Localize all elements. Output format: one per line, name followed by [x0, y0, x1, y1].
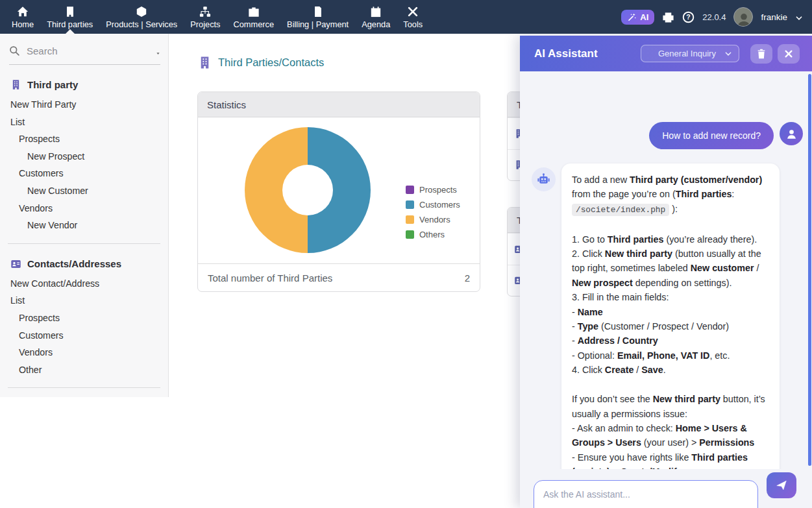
trash-icon: [756, 49, 767, 59]
legend-item-others: Others: [406, 230, 460, 239]
nav-item-label: Tools: [403, 19, 423, 29]
nav-item-label: Products | Services: [106, 19, 177, 29]
nav-item-products-services[interactable]: Products | Services: [99, 0, 184, 34]
person-icon: [785, 128, 798, 140]
close-panel-button[interactable]: [778, 44, 800, 64]
contact-icon: [10, 258, 21, 269]
nav-item-home[interactable]: Home: [5, 0, 40, 34]
nav-item-label: Home: [12, 19, 34, 29]
legend-label: Customers: [419, 200, 460, 210]
search-input[interactable]: [27, 45, 156, 56]
statistics-card: Statistics ProspectsCustomersVendorsOthe…: [197, 91, 480, 292]
legend-label: Others: [419, 230, 445, 239]
calendar-icon: [370, 6, 382, 18]
version-label: 22.0.4: [702, 12, 726, 22]
ai-assistant-panel: AI Assistant General Inquiry How to add …: [520, 36, 812, 508]
nav-item-label: Projects: [190, 19, 220, 29]
legend-item-vendors: Vendors: [406, 215, 460, 224]
ai-mode-select[interactable]: General Inquiry: [641, 45, 739, 62]
sidebar-item-vendors[interactable]: Vendors: [0, 200, 168, 217]
statistics-chart-area: ProspectsCustomersVendorsOthers: [198, 117, 480, 263]
ai-badge-label: AI: [640, 12, 648, 22]
sidebar-item-list[interactable]: List: [0, 114, 168, 131]
print-icon[interactable]: [662, 11, 674, 23]
sidebar-section-third-party[interactable]: Third party: [10, 79, 168, 90]
nav-item-commerce[interactable]: Commerce: [227, 0, 281, 34]
nav-item-tools[interactable]: Tools: [397, 0, 429, 34]
statistics-footer: Total number of Third Parties 2: [198, 263, 480, 292]
top-navbar: HomeThird partiesProducts | ServicesProj…: [0, 0, 812, 34]
third-parties-donut-chart: [245, 127, 371, 253]
assistant-avatar: [532, 167, 556, 191]
ai-assistant-toggle-button[interactable]: AI: [621, 10, 654, 25]
nav-item-label: Commerce: [234, 19, 275, 29]
legend-item-customers: Customers: [406, 200, 460, 210]
user-menu-chevron-down-icon[interactable]: [795, 13, 803, 21]
sidebar-item-prospects[interactable]: Prospects: [0, 130, 168, 148]
ai-mode-selected-value: General Inquiry: [658, 49, 716, 58]
sidebar-item-prospects[interactable]: Prospects: [0, 309, 168, 327]
magic-wand-icon: [627, 12, 637, 22]
page-title-text: Third Parties/Contacts: [218, 56, 324, 69]
main-menu: HomeThird partiesProducts | ServicesProj…: [0, 0, 429, 34]
help-icon[interactable]: ?: [682, 11, 695, 23]
username-label[interactable]: frankie: [761, 12, 787, 22]
sidebar-item-new-customer[interactable]: New Customer: [0, 182, 168, 200]
nav-item-projects[interactable]: Projects: [184, 0, 227, 34]
chart-legend: ProspectsCustomersVendorsOthers: [406, 185, 460, 239]
sidebar-item-vendors[interactable]: Vendors: [0, 344, 168, 361]
nav-item-third-parties[interactable]: Third parties: [40, 0, 99, 34]
sidebar-item-new-third-party[interactable]: New Third Party: [0, 96, 168, 114]
chat-message-area: How to add new record? To add a new Thir…: [520, 71, 812, 469]
tools-icon: [407, 6, 419, 18]
paper-plane-icon: [776, 479, 787, 491]
send-message-button[interactable]: [767, 472, 796, 498]
statistics-card-header: Statistics: [198, 92, 480, 117]
sidebar-divider: [8, 387, 160, 388]
nav-item-label: Third parties: [47, 19, 93, 29]
user-chat-avatar: [780, 122, 803, 145]
total-third-parties-value: 2: [465, 272, 470, 284]
total-third-parties-label: Total number of Third Parties: [208, 272, 332, 284]
sidebar-section-title: Third party: [27, 79, 78, 90]
sidebar-search: [9, 45, 160, 65]
legend-swatch: [406, 200, 414, 209]
search-caret-down-icon[interactable]: [156, 47, 160, 55]
user-message-row: How to add new record?: [649, 122, 803, 149]
svg-text:?: ?: [687, 14, 691, 21]
ai-panel-title: AI Assistant: [534, 36, 598, 71]
legend-swatch: [406, 186, 414, 194]
sidebar-item-new-contact-address[interactable]: New Contact/Address: [0, 275, 168, 293]
nav-item-agenda[interactable]: Agenda: [355, 0, 397, 34]
sidebar-section-contacts-addresses[interactable]: Contacts/Addresses: [10, 258, 168, 269]
nav-item-label: Billing | Payment: [287, 19, 349, 29]
chat-scrollbar[interactable]: [808, 74, 811, 466]
sidebar-divider: [8, 243, 160, 244]
legend-label: Vendors: [419, 215, 450, 224]
sidebar-item-customers[interactable]: Customers: [0, 165, 168, 182]
sidebar-section-title: Contacts/Addresses: [27, 258, 121, 269]
page-title: Third Parties/Contacts: [198, 56, 324, 69]
legend-swatch: [406, 215, 414, 224]
user-message-bubble: How to add new record?: [649, 122, 774, 149]
third-party-building-icon: [198, 56, 212, 69]
ai-chat-input[interactable]: [534, 480, 758, 508]
nav-item-label: Agenda: [362, 19, 390, 29]
sidebar-menu: Third partyNew Third PartyListProspectsN…: [0, 79, 168, 388]
sidebar-item-new-vendor[interactable]: New Vendor: [0, 217, 168, 234]
sidebar-item-other[interactable]: Other: [0, 361, 168, 379]
sidebar-item-customers[interactable]: Customers: [0, 327, 168, 345]
home-icon: [17, 6, 29, 18]
clear-chat-button[interactable]: [750, 44, 772, 64]
assistant-message-bubble: To add a new Third party (customer/vendo…: [561, 163, 780, 469]
legend-label: Prospects: [419, 185, 457, 195]
user-avatar[interactable]: [733, 7, 753, 27]
sidebar-item-new-prospect[interactable]: New Prospect: [0, 148, 168, 165]
robot-icon: [537, 173, 550, 186]
nav-item-billing-payment[interactable]: Billing | Payment: [280, 0, 355, 34]
briefcase-icon: [248, 6, 260, 18]
building-icon: [10, 79, 21, 90]
ai-panel-header: AI Assistant General Inquiry: [520, 36, 812, 71]
left-sidebar: Third partyNew Third PartyListProspectsN…: [0, 34, 169, 397]
sidebar-item-list[interactable]: List: [0, 292, 168, 309]
